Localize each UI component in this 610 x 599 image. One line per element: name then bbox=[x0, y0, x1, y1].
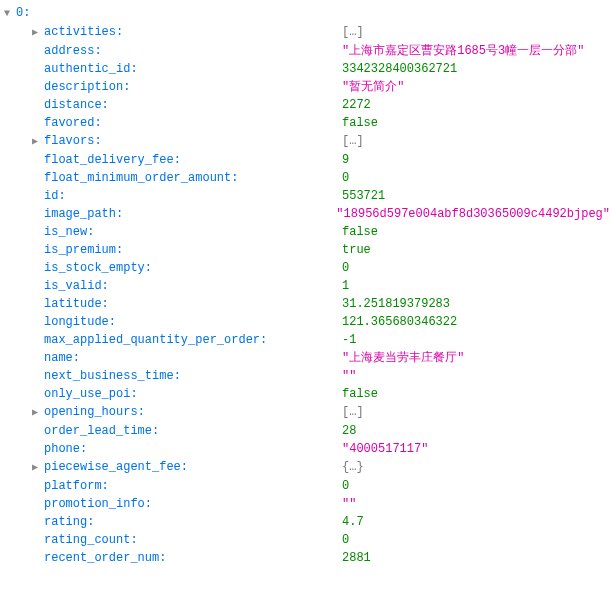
key-cell: distance: bbox=[32, 96, 342, 114]
colon: : bbox=[87, 223, 94, 241]
prop-key: opening_hours bbox=[44, 403, 138, 421]
chevron-right-icon[interactable]: ▶ bbox=[32, 133, 44, 151]
tree-row[interactable]: rating:4.7 bbox=[0, 513, 610, 531]
tree-row[interactable]: favored:false bbox=[0, 114, 610, 132]
prop-value: 9 bbox=[342, 151, 349, 169]
prop-value: 3342328400362721 bbox=[342, 60, 457, 78]
colon: : bbox=[102, 295, 109, 313]
tree-row[interactable]: float_delivery_fee:9 bbox=[0, 151, 610, 169]
colon: : bbox=[181, 458, 188, 476]
key-cell: rating_count: bbox=[32, 531, 342, 549]
chevron-right-icon[interactable]: ▶ bbox=[32, 404, 44, 422]
colon: : bbox=[138, 403, 145, 421]
tree-row[interactable]: float_minimum_order_amount:0 bbox=[0, 169, 610, 187]
key-cell: ▶opening_hours: bbox=[32, 403, 342, 422]
prop-key: is_new bbox=[44, 223, 87, 241]
tree-row[interactable]: ▶activities:[…] bbox=[0, 23, 610, 42]
tree-row[interactable]: ▶flavors:[…] bbox=[0, 132, 610, 151]
prop-value: 31.251819379283 bbox=[342, 295, 450, 313]
prop-key: distance bbox=[44, 96, 102, 114]
tree-row[interactable]: address:"上海市嘉定区曹安路1685号3幢一层一分部" bbox=[0, 42, 610, 60]
chevron-right-icon[interactable]: ▶ bbox=[32, 24, 44, 42]
prop-key: is_premium bbox=[44, 241, 116, 259]
prop-value: "18956d597e004abf8d30365009c4492bjpeg" bbox=[336, 205, 610, 223]
prop-key: name bbox=[44, 349, 73, 367]
tree-row[interactable]: promotion_info:"" bbox=[0, 495, 610, 513]
tree-row[interactable]: phone:"4000517117" bbox=[0, 440, 610, 458]
prop-value: 0 bbox=[342, 259, 349, 277]
prop-key: id bbox=[44, 187, 58, 205]
prop-key: image_path bbox=[44, 205, 116, 223]
prop-key: promotion_info bbox=[44, 495, 145, 513]
prop-value: "暂无简介" bbox=[342, 78, 404, 96]
colon: : bbox=[102, 277, 109, 295]
tree-row[interactable]: platform:0 bbox=[0, 477, 610, 495]
prop-value: false bbox=[342, 114, 378, 132]
prop-key: authentic_id bbox=[44, 60, 130, 78]
key-cell: order_lead_time: bbox=[32, 422, 342, 440]
colon: : bbox=[94, 132, 101, 150]
prop-value: 2272 bbox=[342, 96, 371, 114]
tree-row[interactable]: longitude:121.365680346322 bbox=[0, 313, 610, 331]
tree-row[interactable]: only_use_poi:false bbox=[0, 385, 610, 403]
colon: : bbox=[116, 23, 123, 41]
key-cell: description: bbox=[32, 78, 342, 96]
prop-key: is_valid bbox=[44, 277, 102, 295]
prop-key: is_stock_empty bbox=[44, 259, 145, 277]
key-cell: phone: bbox=[32, 440, 342, 458]
colon: : bbox=[145, 259, 152, 277]
tree-row[interactable]: distance:2272 bbox=[0, 96, 610, 114]
prop-key: next_business_time bbox=[44, 367, 174, 385]
colon: : bbox=[130, 60, 137, 78]
tree-row[interactable]: order_lead_time:28 bbox=[0, 422, 610, 440]
colon: : bbox=[73, 349, 80, 367]
colon: : bbox=[102, 96, 109, 114]
prop-key: float_delivery_fee bbox=[44, 151, 174, 169]
colon: : bbox=[116, 205, 123, 223]
prop-value: 553721 bbox=[342, 187, 385, 205]
prop-key: phone bbox=[44, 440, 80, 458]
tree-row[interactable]: max_applied_quantity_per_order:-1 bbox=[0, 331, 610, 349]
prop-key: recent_order_num bbox=[44, 549, 159, 567]
colon: : bbox=[102, 477, 109, 495]
colon: : bbox=[94, 42, 101, 60]
prop-value: 0 bbox=[342, 531, 349, 549]
colon: : bbox=[130, 531, 137, 549]
tree-row[interactable]: next_business_time:"" bbox=[0, 367, 610, 385]
key-cell: is_valid: bbox=[32, 277, 342, 295]
tree-row[interactable]: recent_order_num:2881 bbox=[0, 549, 610, 567]
colon: : bbox=[152, 422, 159, 440]
tree-row[interactable]: is_premium:true bbox=[0, 241, 610, 259]
tree-row[interactable]: name:"上海麦当劳丰庄餐厅" bbox=[0, 349, 610, 367]
prop-key: rating bbox=[44, 513, 87, 531]
tree-row[interactable]: latitude:31.251819379283 bbox=[0, 295, 610, 313]
tree-row[interactable]: is_stock_empty:0 bbox=[0, 259, 610, 277]
key-cell: promotion_info: bbox=[32, 495, 342, 513]
prop-value: […] bbox=[342, 403, 364, 421]
chevron-down-icon[interactable]: ▼ bbox=[4, 5, 16, 23]
prop-key: max_applied_quantity_per_order bbox=[44, 331, 260, 349]
prop-value: {…} bbox=[342, 458, 364, 476]
tree-row[interactable]: rating_count:0 bbox=[0, 531, 610, 549]
key-cell: longitude: bbox=[32, 313, 342, 331]
colon: : bbox=[145, 495, 152, 513]
key-cell: platform: bbox=[32, 477, 342, 495]
tree-row[interactable]: id:553721 bbox=[0, 187, 610, 205]
tree-row[interactable]: image_path:"18956d597e004abf8d30365009c4… bbox=[0, 205, 610, 223]
prop-key: piecewise_agent_fee bbox=[44, 458, 181, 476]
tree-row[interactable]: ▶piecewise_agent_fee:{…} bbox=[0, 458, 610, 477]
colon: : bbox=[231, 169, 238, 187]
tree-row[interactable]: ▶opening_hours:[…] bbox=[0, 403, 610, 422]
prop-value: […] bbox=[342, 23, 364, 41]
tree-row[interactable]: description:"暂无简介" bbox=[0, 78, 610, 96]
tree-root-row[interactable]: ▼ 0: bbox=[0, 4, 610, 23]
key-cell: id: bbox=[32, 187, 342, 205]
tree-row[interactable]: authentic_id:3342328400362721 bbox=[0, 60, 610, 78]
key-cell: only_use_poi: bbox=[32, 385, 342, 403]
chevron-right-icon[interactable]: ▶ bbox=[32, 459, 44, 477]
tree-row[interactable]: is_new:false bbox=[0, 223, 610, 241]
prop-value: 28 bbox=[342, 422, 356, 440]
prop-value: -1 bbox=[342, 331, 356, 349]
tree-row[interactable]: is_valid:1 bbox=[0, 277, 610, 295]
prop-value: 1 bbox=[342, 277, 349, 295]
